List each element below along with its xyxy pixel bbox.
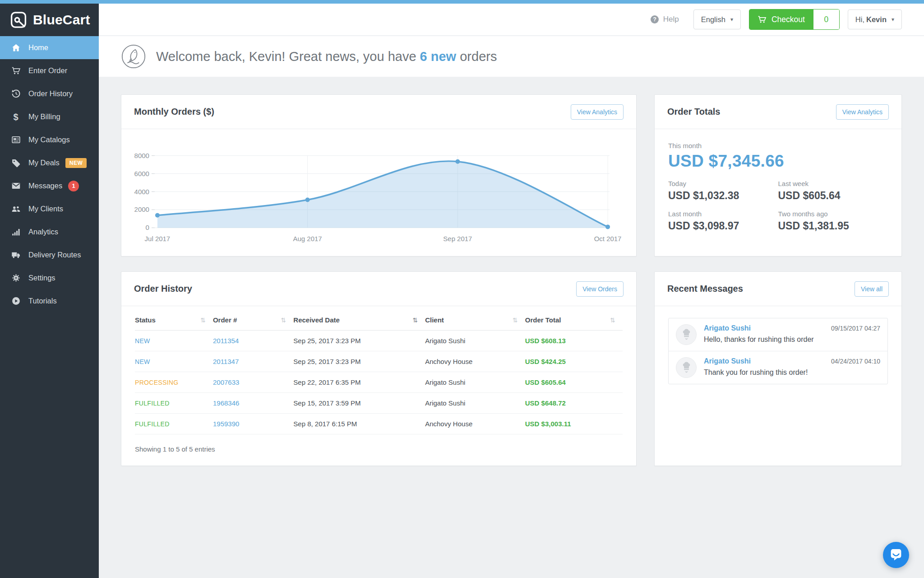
checkout-label: Checkout <box>772 15 805 24</box>
sidebar-nav: HomeEnter OrderOrder History$My BillingM… <box>0 36 99 312</box>
monthly-orders-chart: 02000400060008000Jul 2017Aug 2017Sep 201… <box>121 129 636 253</box>
sidebar-item-enter-order[interactable]: Enter Order <box>0 59 99 82</box>
message-text: Thank you for rushing this order! <box>704 368 880 377</box>
recent-messages-card: Recent Messages View all Arigato Sushi09… <box>654 271 902 466</box>
sidebar-item-my-clients[interactable]: My Clients <box>0 197 99 220</box>
unread-count-badge: 1 <box>68 181 79 191</box>
order-row: NEW2011354Sep 25, 2017 3:23 PMArigato Su… <box>135 331 623 351</box>
total-stat-two-months-ago: Two months agoUSD $1,381.95 <box>778 210 888 232</box>
sidebar-item-my-billing[interactable]: $My Billing <box>0 105 99 128</box>
sidebar-item-my-catalogs[interactable]: My Catalogs <box>0 128 99 151</box>
sidebar-item-label: My Billing <box>28 112 60 121</box>
order-history-table: Status⇅Order #⇅Received Date⇅Client⇅Orde… <box>135 309 623 434</box>
order-totals-card: Order Totals View Analytics This month U… <box>654 94 902 256</box>
column-header-client[interactable]: Client⇅ <box>425 309 525 331</box>
message-sender[interactable]: Arigato Sushi <box>704 324 751 332</box>
stat-value: USD $605.64 <box>778 190 888 202</box>
sidebar-item-label: My Deals <box>28 158 60 167</box>
sidebar-item-messages[interactable]: Messages1 <box>0 174 99 197</box>
sidebar: BlueCart HomeEnter OrderOrder History$My… <box>0 4 99 578</box>
stat-label: Last week <box>778 180 888 187</box>
sidebar-item-label: Enter Order <box>28 66 67 75</box>
bars-icon <box>10 227 21 238</box>
order-history-title: Order History <box>134 284 192 294</box>
message-sender[interactable]: Arigato Sushi <box>704 357 751 365</box>
order-number-link[interactable]: 2011354 <box>213 337 239 345</box>
catalog-icon <box>10 135 21 145</box>
view-analytics-button[interactable]: View Analytics <box>836 104 889 120</box>
bluecart-logo-icon <box>9 10 28 29</box>
line-chart: 02000400060008000Jul 2017Aug 2017Sep 201… <box>132 147 625 253</box>
view-analytics-button[interactable]: View Analytics <box>571 104 624 120</box>
language-dropdown[interactable]: English ▾ <box>693 9 741 29</box>
help-label: Help <box>663 15 679 24</box>
tag-icon <box>10 158 21 168</box>
order-totals-title: Order Totals <box>667 107 720 117</box>
order-number-link[interactable]: 1968346 <box>213 399 239 407</box>
column-header-status[interactable]: Status⇅ <box>135 309 213 331</box>
envelope-icon <box>10 181 21 191</box>
order-row: PROCESSING2007633Sep 22, 2017 6:35 PMAri… <box>135 372 623 393</box>
sidebar-item-delivery-routes[interactable]: Delivery Routes <box>0 243 99 266</box>
svg-text:?: ? <box>653 16 656 23</box>
x-axis-label: Jul 2017 <box>145 235 171 242</box>
received-date: Sep 8, 2017 6:15 PM <box>293 420 357 428</box>
sender-avatar <box>676 357 697 378</box>
chat-bubble-icon <box>883 542 909 568</box>
sidebar-item-analytics[interactable]: Analytics <box>0 220 99 243</box>
new-orders-count: 6 new <box>420 49 457 64</box>
sidebar-item-label: Messages <box>28 182 62 190</box>
order-total: USD $424.25 <box>525 358 566 365</box>
sort-icon[interactable]: ⇅ <box>281 317 286 324</box>
checkout-button[interactable]: Checkout 0 <box>749 9 840 30</box>
chat-launcher-button[interactable] <box>883 542 909 568</box>
cart-icon <box>758 15 767 24</box>
message-text: Hello, thanks for rushing this order <box>704 336 880 344</box>
caret-down-icon: ▾ <box>892 16 894 23</box>
client-name: Arigato Sushi <box>425 399 465 407</box>
view-orders-button[interactable]: View Orders <box>576 281 624 297</box>
sidebar-item-order-history[interactable]: Order History <box>0 82 99 105</box>
gear-icon <box>10 273 21 284</box>
brand-logo[interactable]: BlueCart <box>0 4 99 36</box>
sidebar-item-label: Settings <box>28 274 55 282</box>
sort-icon[interactable]: ⇅ <box>200 317 206 324</box>
order-number-link[interactable]: 2011347 <box>213 358 239 365</box>
sort-icon[interactable]: ⇅ <box>412 317 418 324</box>
message-list: Arigato Sushi09/15/2017 04:27Hello, than… <box>668 318 888 384</box>
view-all-button[interactable]: View all <box>855 281 889 297</box>
order-status: PROCESSING <box>135 379 178 386</box>
x-axis-label: Aug 2017 <box>293 235 322 242</box>
total-stat-last-week: Last weekUSD $605.64 <box>778 180 888 202</box>
sidebar-item-tutorials[interactable]: Tutorials <box>0 289 99 312</box>
stat-label: Two months ago <box>778 210 888 218</box>
sidebar-item-home[interactable]: Home <box>0 36 99 59</box>
order-number-link[interactable]: 2007633 <box>213 378 239 386</box>
order-number-link[interactable]: 1959390 <box>213 420 239 428</box>
order-status: FULFILLED <box>135 400 170 407</box>
fish-avatar-icon <box>121 44 146 69</box>
sidebar-item-settings[interactable]: Settings <box>0 266 99 289</box>
sender-avatar <box>676 324 697 345</box>
user-menu[interactable]: Hi,Kevin ▾ <box>848 9 902 29</box>
sort-icon[interactable]: ⇅ <box>513 317 518 324</box>
order-history-card: Order History View Orders Status⇅Order #… <box>121 271 637 466</box>
stat-value: USD $3,098.97 <box>668 220 778 232</box>
header: ? Help English ▾ Checkout 0 Hi,Kevin ▾ <box>99 4 924 36</box>
sidebar-item-label: My Clients <box>28 205 63 213</box>
welcome-message: Welcome back, Kevin! Great news, you hav… <box>156 49 497 64</box>
message-item[interactable]: Arigato Sushi04/24/2017 04:10Thank you f… <box>669 351 887 384</box>
column-header-received-date[interactable]: Received Date⇅ <box>293 309 425 331</box>
column-header-order-total[interactable]: Order Total⇅ <box>525 309 623 331</box>
data-point <box>305 198 310 202</box>
caret-down-icon: ▾ <box>730 16 733 23</box>
table-pagination-info: Showing 1 to 5 of 5 entries <box>135 434 623 453</box>
message-timestamp: 09/15/2017 04:27 <box>831 325 880 332</box>
x-axis-label: Oct 2017 <box>594 235 622 242</box>
help-button[interactable]: ? Help <box>650 15 679 24</box>
sidebar-item-my-deals[interactable]: My DealsNEW <box>0 151 99 174</box>
this-month-value: USD $7,345.66 <box>668 152 888 171</box>
sort-icon[interactable]: ⇅ <box>610 317 615 324</box>
column-header-order-[interactable]: Order #⇅ <box>213 309 293 331</box>
message-item[interactable]: Arigato Sushi09/15/2017 04:27Hello, than… <box>669 318 887 351</box>
